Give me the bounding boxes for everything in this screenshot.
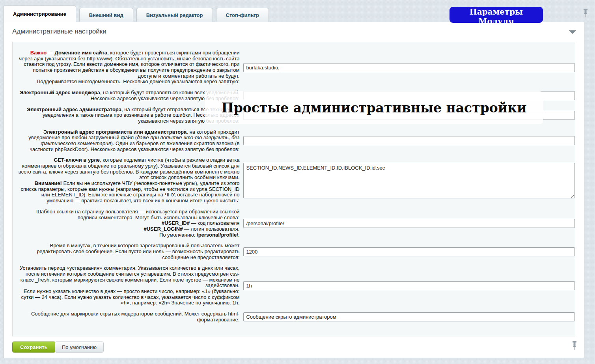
tab-label: Администрирование [13,11,66,17]
field-label: Установить период «устаревания» коммента… [13,265,239,306]
settings-panel: Административные настройки Важно — Домен… [3,22,584,358]
tab-visual-editor[interactable]: Визуальный редактор [136,8,213,22]
settings-form: Важно — Доменное имя сайта, которое буде… [12,42,575,336]
tab-label: Внешний вид [89,12,123,18]
tab-label: Визуальный редактор [146,12,203,18]
edit-time-input[interactable] [243,247,575,256]
tab-bar: Администрирование Внешний вид Визуальный… [3,0,269,22]
form-row-programmer-email: Электронный адрес программиста или админ… [13,129,575,153]
tab-administration[interactable]: Администрирование [3,6,76,22]
collapse-chevron-icon[interactable] [569,30,576,34]
form-footer: Сохранить По умолчанию [4,336,584,358]
field-label: Время в минутах, в течении которого заре… [13,243,239,260]
hidden-message-input[interactable] [243,312,575,321]
field-label: Электронный адрес программиста или админ… [13,129,239,153]
field-label: Сообщение для маркировки скрытых модерат… [13,311,239,323]
tab-stop-filter[interactable]: Стоп-фильтр [216,8,269,22]
pushpin-icon[interactable] [571,340,578,350]
field-label: GET-ключи в урле, которые подлежат чистк… [13,157,239,204]
form-row-expire-period: Установить период «устаревания» коммента… [13,265,575,306]
default-button[interactable]: По умолчанию [55,342,104,353]
form-row-hidden-message: Сообщение для маркировки скрытых модерат… [13,311,575,323]
expire-period-input[interactable] [243,281,575,290]
get-keys-textarea[interactable]: SECTION_ID,NEWS_ID,ELEMENT_ID,ID,IBLOCK_… [243,163,575,198]
programmer-email-input[interactable] [243,136,575,145]
form-row-site-domain: Важно — Доменное имя сайта, которое буде… [13,50,575,85]
form-row-get-keys: GET-ключи в урле, которые подлежат чистк… [13,157,575,204]
module-params-button[interactable]: Параметры Модуля [450,7,543,23]
pushpin-icon[interactable] [582,8,589,18]
field-label: Важно — Доменное имя сайта, которое буде… [13,50,239,85]
form-row-edit-time: Время в минутах, в течении которого заре… [13,243,575,260]
panel-title: Административные настройки [12,28,106,35]
site-domain-input[interactable] [243,63,575,72]
form-row-profile-url: Шаблон ссылки на страницу пользователя —… [13,209,575,238]
profile-url-template-input[interactable] [243,219,575,228]
tooltip-overlay: Простые административные настройки [205,91,543,124]
tab-appearance[interactable]: Внешний вид [79,8,133,22]
field-label: Шаблон ссылки на страницу пользователя —… [13,209,239,238]
save-button[interactable]: Сохранить [12,342,56,353]
tab-label: Стоп-фильтр [226,12,259,18]
tooltip-overlay-text: Простые административные настройки [221,100,526,116]
